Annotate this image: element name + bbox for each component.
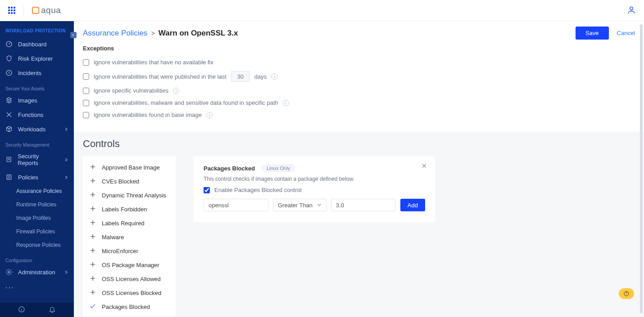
control-list-item[interactable]: Packages Blocked <box>83 300 176 314</box>
sidebar-item-workloads[interactable]: Workloads <box>0 122 74 136</box>
sidebar-item-administration[interactable]: Administration <box>0 265 74 279</box>
exception-row: Ignore vulnerabilities found in base ima… <box>83 109 635 121</box>
control-list-label: MicroEnforcer <box>102 248 138 254</box>
sidebar-sub-runtime-policies[interactable]: Runtime Policies <box>0 198 74 211</box>
sidebar-heading: WORKLOAD PROTECTION <box>0 21 74 37</box>
package-name-input[interactable] <box>204 199 268 211</box>
control-list-label: Packages Blocked <box>102 304 150 310</box>
control-list-label: Labels Forbidden <box>102 206 147 213</box>
control-list-item[interactable]: OSS Licenses Allowed <box>83 272 176 286</box>
sidebar-subheading-config: Configuration <box>0 252 74 265</box>
version-input[interactable] <box>331 199 396 211</box>
control-list-item[interactable]: Labels Required <box>83 216 176 230</box>
exception-checkbox[interactable] <box>83 59 89 66</box>
exception-row: Ignore vulnerabilities that were publish… <box>83 68 635 85</box>
exception-row: Ignore vulnerabilities, malware and sens… <box>83 97 635 109</box>
exception-row: Ignore vulnerabilities that have no avai… <box>83 56 635 68</box>
sidebar-item-policies[interactable]: Policies <box>0 170 74 184</box>
sidebar-sub-image-profiles[interactable]: Image Profiles <box>0 211 74 225</box>
sidebar-item-incidents[interactable]: Incidents <box>0 66 74 80</box>
enable-checkbox[interactable] <box>204 187 210 193</box>
logo[interactable]: aqua <box>32 5 61 15</box>
plus-icon <box>89 163 96 172</box>
control-list-item[interactable]: Labels Forbidden <box>83 202 176 216</box>
control-list-item[interactable]: CVEs Blocked <box>83 174 176 188</box>
content-header: Assurance Policies > Warn on OpenSSL 3.x… <box>74 21 644 43</box>
info-icon[interactable] <box>18 306 25 314</box>
control-list-label: Malware <box>102 234 124 241</box>
add-button[interactable]: Add <box>400 199 425 211</box>
check-icon <box>89 303 96 311</box>
control-list-item[interactable]: Dynamic Threat Analysis <box>83 188 176 202</box>
control-list-label: CVEs Blocked <box>102 178 139 185</box>
bell-icon[interactable] <box>49 306 56 314</box>
exception-checkbox[interactable] <box>83 88 89 94</box>
sidebar-item-dashboard[interactable]: Dashboard <box>0 37 74 51</box>
plus-icon <box>89 219 96 228</box>
sidebar-subheading-assets: Secure Your Assets <box>0 80 74 93</box>
info-icon[interactable]: i <box>206 112 213 118</box>
control-list-label: OSS Licenses Blocked <box>102 290 161 296</box>
cancel-button[interactable]: Cancel <box>617 30 635 36</box>
chevron-right-icon <box>64 156 68 163</box>
plus-icon <box>89 247 96 255</box>
plus-icon <box>89 261 96 269</box>
plus-icon <box>89 275 96 283</box>
close-icon[interactable]: ✕ <box>422 162 427 170</box>
enable-label: Enable Packages Blocked control <box>214 187 302 193</box>
plus-icon <box>89 289 96 297</box>
plus-icon <box>89 191 96 200</box>
info-icon[interactable]: i <box>271 73 277 80</box>
controls-list: Approved Base ImageCVEs BlockedDynamic T… <box>83 156 176 317</box>
sidebar-item-functions[interactable]: Functions <box>0 107 74 122</box>
chevron-right-icon <box>64 126 68 133</box>
logo-text: aqua <box>41 5 61 15</box>
breadcrumb: Assurance Policies > Warn on OpenSSL 3.x <box>83 29 238 38</box>
panel-enable-row[interactable]: Enable Packages Blocked control <box>204 187 425 193</box>
layers-icon <box>5 97 13 104</box>
control-list-item[interactable]: OS Package Manager <box>83 258 176 272</box>
exception-checkbox[interactable] <box>83 73 89 80</box>
sidebar-sub-response-policies[interactable]: Response Policies <box>0 238 74 252</box>
exception-checkbox[interactable] <box>83 100 89 106</box>
sidebar-sub-assurance-policies[interactable]: Assurance Policies <box>0 184 74 198</box>
exception-row: Ignore specific vulnerabilities i <box>83 85 635 97</box>
gauge-icon <box>5 40 13 48</box>
controls-title: Controls <box>83 138 635 150</box>
exception-label: Ignore vulnerabilities found in base ima… <box>94 112 202 118</box>
panel-badge: Linux Only <box>261 164 295 172</box>
sidebar-more[interactable]: ... <box>0 279 74 295</box>
app-switcher-icon[interactable] <box>8 7 15 14</box>
exception-checkbox[interactable] <box>83 112 89 118</box>
user-icon[interactable] <box>627 5 636 16</box>
operator-select[interactable]: Greater Than <box>273 199 327 211</box>
scrollbar[interactable] <box>640 24 643 313</box>
breadcrumb-root[interactable]: Assurance Policies <box>83 29 148 38</box>
control-list-label: Labels Required <box>102 220 145 227</box>
policy-icon <box>5 174 13 181</box>
control-list-item[interactable]: OSS Licenses Blocked <box>83 286 176 300</box>
chevron-right-icon <box>64 174 68 181</box>
control-panel: ✕ Packages Blocked Linux Only This contr… <box>194 156 435 222</box>
plus-icon <box>89 233 96 241</box>
control-list-item[interactable]: MicroEnforcer <box>83 244 176 258</box>
svg-rect-3 <box>7 157 11 162</box>
sidebar: WORKLOAD PROTECTION Dashboard Risk Explo… <box>0 21 74 317</box>
top-bar: aqua <box>0 0 644 21</box>
collapse-sidebar-button[interactable] <box>70 32 77 38</box>
exception-days-input[interactable] <box>231 71 250 82</box>
sidebar-subheading-security: Security Management <box>0 136 74 149</box>
info-icon[interactable]: i <box>173 88 179 94</box>
save-button[interactable]: Save <box>576 27 609 40</box>
control-list-item[interactable]: Malware <box>83 230 176 244</box>
sidebar-item-security-reports[interactable]: Security Reports <box>0 149 74 170</box>
sidebar-item-risk-explorer[interactable]: Risk Explorer <box>0 51 74 66</box>
control-list-item[interactable]: Packages Required <box>83 314 176 317</box>
sidebar-item-images[interactable]: Images <box>0 93 74 107</box>
svg-point-0 <box>630 7 633 10</box>
help-button[interactable] <box>619 288 634 299</box>
sidebar-sub-firewall-policies[interactable]: Firewall Policies <box>0 225 74 238</box>
breadcrumb-leaf: Warn on OpenSSL 3.x <box>159 29 238 38</box>
info-icon[interactable]: i <box>283 100 289 106</box>
control-list-item[interactable]: Approved Base Image <box>83 161 176 174</box>
